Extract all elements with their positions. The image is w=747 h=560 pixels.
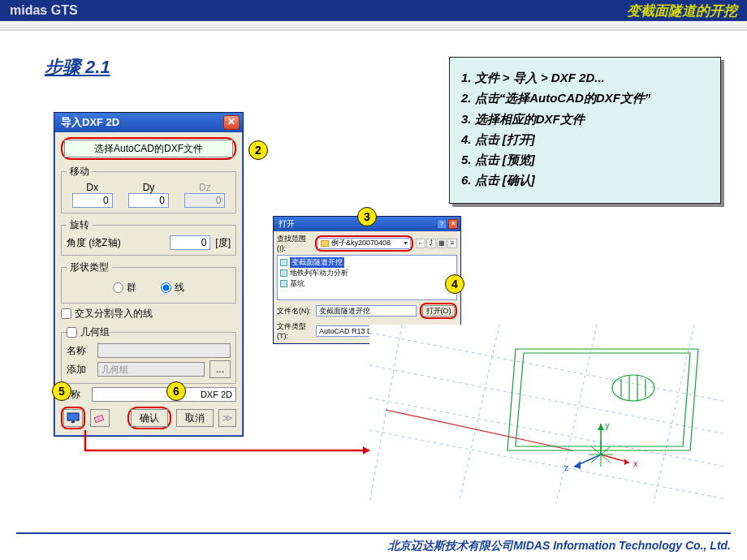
callout-item-4: 4. 点击 [打开]	[461, 131, 709, 148]
geom-group: 几何组 名称 添加 几何组 ...	[61, 325, 236, 384]
header-rule	[0, 21, 747, 36]
svg-rect-2	[94, 415, 103, 422]
help-icon[interactable]: ?	[437, 219, 447, 229]
open-button[interactable]: 打开(O)	[422, 305, 455, 317]
axis-z-label: z	[564, 463, 569, 472]
model-viewport: x y z	[369, 325, 727, 503]
file-icon	[280, 280, 287, 287]
close-icon[interactable]: ✕	[448, 219, 458, 229]
svg-line-5	[369, 365, 727, 434]
apply-button[interactable]: ≫	[218, 409, 236, 427]
app-title: midas GTS	[10, 3, 78, 18]
preview-button[interactable]	[63, 409, 83, 427]
svg-marker-13	[507, 349, 698, 450]
axis-x-label: x	[633, 459, 638, 468]
svg-line-10	[556, 325, 597, 503]
radio-line-option[interactable]: 线	[161, 281, 184, 295]
list-item[interactable]: 变截面隧道开挖	[280, 257, 454, 268]
erase-button[interactable]	[90, 409, 110, 427]
dialog1-titlebar: 导入DXF 2D ✕	[54, 113, 243, 132]
callout-item-6: 6. 点击 [确认]	[461, 172, 709, 188]
cross-split-checkbox[interactable]: 交叉分割导入的线	[61, 307, 236, 321]
cancel-button[interactable]: 取消	[176, 409, 214, 427]
angle-unit: [度]	[215, 236, 231, 250]
move-legend: 移动	[67, 165, 93, 179]
close-icon[interactable]: ✕	[223, 115, 240, 130]
svg-line-12	[386, 410, 572, 450]
svg-marker-23	[598, 424, 604, 430]
ok-button[interactable]: 确认	[131, 409, 168, 427]
svg-line-4	[369, 333, 727, 402]
step-title: 步骤 2.1	[45, 55, 110, 80]
filename-label: 文件名(N):	[277, 306, 313, 317]
geom-name-input	[97, 343, 231, 358]
svg-point-15	[612, 375, 654, 401]
svg-rect-1	[71, 421, 75, 423]
marker-3: 3	[357, 207, 377, 226]
dialog1-title: 导入DXF 2D	[61, 115, 119, 130]
filename-input[interactable]: 变截面隧道开挖	[316, 305, 417, 317]
file-icon	[280, 259, 287, 266]
angle-input[interactable]: 0	[170, 235, 210, 250]
instruction-callout: 1. 文件 > 导入 > DXF 2D... 2. 点击“选择AutoCAD的D…	[449, 57, 721, 204]
callout-item-3: 3. 选择相应的DXF文件	[461, 111, 709, 127]
dialog2-title: 打开	[279, 218, 295, 230]
geom-name-label: 名称	[67, 344, 93, 358]
footer-text: 北京迈达斯技术有限公司MIDAS Information Technology …	[388, 539, 731, 554]
callout-item-5: 5. 点击 [预览]	[461, 152, 709, 168]
file-list[interactable]: 变截面隧道开挖 地铁列车动力分析 基坑	[277, 255, 457, 300]
lookin-dropdown[interactable]: 例子&ky20070408	[317, 238, 411, 249]
geom-add-label: 添加	[67, 363, 93, 377]
dz-label: Dz	[199, 182, 211, 193]
dz-input: 0	[184, 193, 225, 208]
select-dxf-file-button[interactable]: 选择AutoCAD的DXF文件	[64, 140, 233, 157]
dx-label: Dx	[86, 182, 98, 193]
svg-line-8	[369, 325, 402, 503]
monitor-icon	[67, 412, 80, 424]
dy-label: Dy	[143, 182, 155, 193]
viewmenu-icon[interactable]: ≡	[447, 239, 457, 248]
svg-line-7	[369, 430, 727, 499]
list-item[interactable]: 基坑	[280, 278, 454, 289]
geom-group-checkbox[interactable]: 几何组	[67, 325, 110, 339]
axis-y-label: y	[605, 420, 610, 430]
marker-5: 5	[52, 381, 71, 401]
svg-marker-3	[363, 446, 369, 454]
lookin-label: 查找范围(I):	[277, 234, 313, 252]
svg-line-9	[459, 325, 499, 503]
select-dxf-highlight: 选择AutoCAD的DXF文件	[61, 137, 236, 160]
list-item[interactable]: 地铁列车动力分析	[280, 268, 454, 278]
up-icon[interactable]: ⤴	[426, 239, 436, 248]
angle-label: 角度 (绕Z轴)	[67, 236, 121, 250]
callout-item-1: 1. 文件 > 导入 > DXF 2D...	[461, 70, 709, 86]
top-header-bar: midas GTS 变截面隧道的开挖	[0, 0, 747, 21]
marker-2: 2	[248, 140, 268, 160]
shape-group: 形状类型 群 线	[61, 261, 236, 304]
footer-rule	[16, 532, 731, 534]
page-subtitle: 变截面隧道的开挖	[627, 2, 737, 20]
svg-line-11	[654, 325, 694, 503]
shape-legend: 形状类型	[67, 261, 112, 274]
dy-input[interactable]: 0	[128, 193, 169, 208]
radio-group-option[interactable]: 群	[113, 281, 136, 295]
geom-add-dropdown-button[interactable]: ...	[209, 360, 231, 378]
folder-icon	[321, 240, 329, 247]
filetype-label: 文件类型(T):	[277, 321, 313, 340]
geom-add-input: 几何组	[97, 362, 205, 377]
newfolder-icon[interactable]: ▦	[437, 239, 447, 248]
svg-rect-0	[67, 413, 79, 420]
move-group: 移动 Dx Dy Dz 0 0 0	[61, 165, 236, 213]
name2-input[interactable]: DXF 2D	[92, 387, 236, 402]
svg-marker-25	[574, 461, 581, 469]
eraser-icon	[93, 412, 106, 424]
back-icon[interactable]: ←	[416, 239, 425, 248]
import-dxf-dialog: 导入DXF 2D ✕ 选择AutoCAD的DXF文件 移动 Dx Dy Dz 0…	[54, 112, 244, 437]
svg-line-6	[369, 398, 727, 467]
marker-6: 6	[166, 381, 186, 401]
marker-4: 4	[445, 274, 464, 294]
rotate-group: 旋转 角度 (绕Z轴) 0 [度]	[61, 218, 236, 256]
dx-input[interactable]: 0	[72, 193, 113, 208]
svg-marker-14	[516, 353, 690, 446]
rotate-legend: 旋转	[67, 218, 93, 232]
callout-item-2: 2. 点击“选择AutoCAD的DXF文件”	[461, 90, 709, 106]
